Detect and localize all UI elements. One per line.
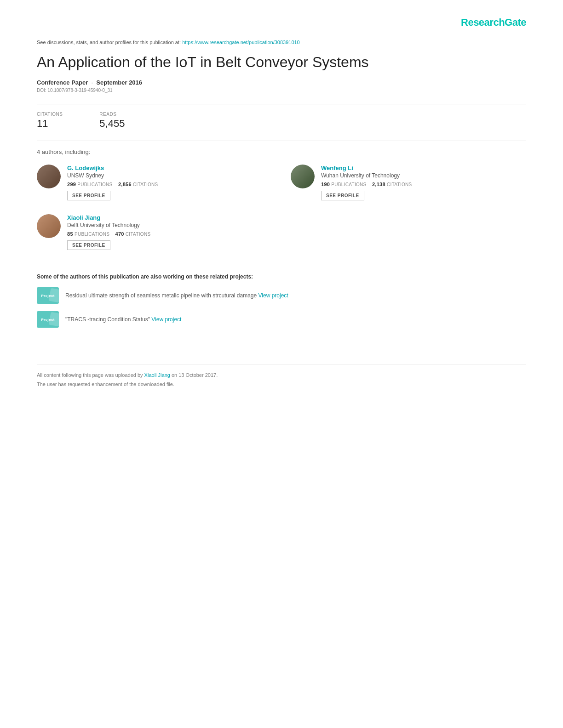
project-row-2: Project "TRACS -tracing Condition Status… <box>37 311 526 328</box>
related-projects-section: Some of the authors of this publication … <box>37 264 526 328</box>
divider-2 <box>37 141 526 141</box>
notice-text: See discussions, stats, and author profi… <box>37 40 181 45</box>
author-affiliation-lodewijks: UNSW Sydney <box>67 172 158 179</box>
project-text-2: "TRACS -tracing Condition Status" View p… <box>65 316 181 323</box>
author-affiliation-wenfeng: Wuhan University of Technology <box>321 172 412 179</box>
reads-value: 5,455 <box>99 118 125 130</box>
researchgate-brand: ResearchGate <box>461 17 526 28</box>
avatar-xiaoli <box>37 214 61 238</box>
paper-type-label: Conference Paper <box>37 79 88 86</box>
paper-date: September 2016 <box>96 79 142 86</box>
project-icon-1: Project <box>37 287 59 304</box>
publication-notice: See discussions, stats, and author profi… <box>37 40 526 45</box>
footer-uploader-link[interactable]: Xiaoli Jiang <box>144 372 170 378</box>
paper-type: Conference Paper · September 2016 <box>37 79 526 86</box>
see-profile-button-xiaoli[interactable]: SEE PROFILE <box>67 240 110 250</box>
author-card-xiaoli: Xiaoli Jiang Delft University of Technol… <box>37 214 272 250</box>
project-description-2: "TRACS -tracing Condition Status" <box>65 316 150 323</box>
publication-link[interactable]: https://www.researchgate.net/publication… <box>182 40 300 45</box>
authors-grid: G. Lodewijks UNSW Sydney 299 PUBLICATION… <box>37 165 526 250</box>
author-stats-wenfeng: 190 PUBLICATIONS 2,138 CITATIONS <box>321 182 412 187</box>
stats-row: CITATIONS 11 READS 5,455 <box>37 112 526 130</box>
project-link-2[interactable]: View project <box>151 316 181 323</box>
author-card-wenfeng: Wenfeng Li Wuhan University of Technolog… <box>291 165 526 200</box>
author-stats-xiaoli: 85 PUBLICATIONS 470 CITATIONS <box>67 231 150 237</box>
project-icon-2: Project <box>37 311 59 328</box>
divider-1 <box>37 104 526 104</box>
citations-value: 11 <box>37 118 63 130</box>
paper-title: An Application of the IoT in Belt Convey… <box>37 53 526 71</box>
reads-stat: READS 5,455 <box>99 112 125 130</box>
author-info-lodewijks: G. Lodewijks UNSW Sydney 299 PUBLICATION… <box>67 165 158 200</box>
project-description-1: Residual ultimate strength of seamless m… <box>65 292 257 299</box>
reads-label: READS <box>99 112 125 117</box>
avatar-wenfeng <box>291 165 315 188</box>
footer-date: on 13 October 2017. <box>172 372 218 378</box>
author-info-wenfeng: Wenfeng Li Wuhan University of Technolog… <box>321 165 412 200</box>
author-affiliation-xiaoli: Delft University of Technology <box>67 222 150 228</box>
project-text-1: Residual ultimate strength of seamless m… <box>65 292 288 299</box>
project-link-1[interactable]: View project <box>259 292 288 299</box>
author-name-wenfeng[interactable]: Wenfeng Li <box>321 165 412 171</box>
see-profile-button-lodewijks[interactable]: SEE PROFILE <box>67 191 110 200</box>
see-profile-button-wenfeng[interactable]: SEE PROFILE <box>321 191 364 200</box>
footer-note: All content following this page was uplo… <box>37 364 526 378</box>
footer-note2: The user has requested enhancement of th… <box>37 381 526 387</box>
paper-doi: DOI: 10.1007/978-3-319-45940-0_31 <box>37 88 526 93</box>
footer-text: All content following this page was uplo… <box>37 372 143 378</box>
authors-heading: 4 authors, including: <box>37 148 526 155</box>
author-name-xiaoli[interactable]: Xiaoli Jiang <box>67 214 150 221</box>
related-projects-heading: Some of the authors of this publication … <box>37 273 526 280</box>
citations-label: CITATIONS <box>37 112 63 117</box>
author-card-lodewijks: G. Lodewijks UNSW Sydney 299 PUBLICATION… <box>37 165 272 200</box>
author-name-lodewijks[interactable]: G. Lodewijks <box>67 165 158 171</box>
author-info-xiaoli: Xiaoli Jiang Delft University of Technol… <box>67 214 150 250</box>
author-stats-lodewijks: 299 PUBLICATIONS 2,856 CITATIONS <box>67 182 158 187</box>
project-row-1: Project Residual ultimate strength of se… <box>37 287 526 304</box>
avatar-lodewijks <box>37 165 61 188</box>
citations-stat: CITATIONS 11 <box>37 112 63 130</box>
